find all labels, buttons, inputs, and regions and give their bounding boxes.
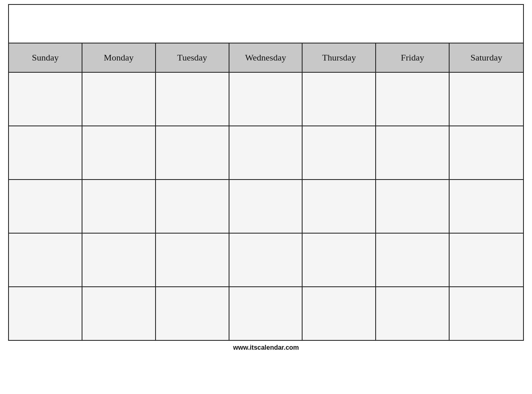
calendar-row-3 (9, 180, 523, 234)
cell-r4-thu[interactable] (303, 234, 376, 286)
header-saturday: Saturday (450, 43, 523, 72)
cell-r1-thu[interactable] (303, 73, 376, 126)
cell-r2-thu[interactable] (303, 126, 376, 179)
cell-r4-fri[interactable] (376, 234, 450, 286)
calendar-title-area (9, 5, 523, 43)
cell-r2-fri[interactable] (376, 126, 450, 179)
calendar-row-2 (9, 126, 523, 180)
header-friday: Friday (376, 43, 450, 72)
cell-r3-thu[interactable] (303, 180, 376, 233)
cell-r2-wed[interactable] (229, 126, 303, 179)
cell-r2-tue[interactable] (156, 126, 229, 179)
cell-r4-wed[interactable] (229, 234, 303, 286)
calendar-grid: Sunday Monday Tuesday Wednesday Thursday… (9, 43, 523, 340)
footer-url: www.itscalendar.com (233, 344, 299, 351)
cell-r5-tue[interactable] (156, 287, 229, 340)
cell-r1-sat[interactable] (450, 73, 523, 126)
cell-r3-wed[interactable] (229, 180, 303, 233)
cell-r4-mon[interactable] (82, 234, 156, 286)
cell-r3-fri[interactable] (376, 180, 450, 233)
header-monday: Monday (82, 43, 156, 72)
calendar-row-5 (9, 287, 523, 340)
cell-r4-sat[interactable] (450, 234, 523, 286)
header-tuesday: Tuesday (156, 43, 229, 72)
day-headers-row: Sunday Monday Tuesday Wednesday Thursday… (9, 43, 523, 73)
cell-r1-sun[interactable] (9, 73, 82, 126)
calendar-row-4 (9, 234, 523, 287)
header-thursday: Thursday (303, 43, 376, 72)
cell-r2-sat[interactable] (450, 126, 523, 179)
header-sunday: Sunday (9, 43, 82, 72)
calendar-body (9, 73, 523, 340)
cell-r5-thu[interactable] (303, 287, 376, 340)
header-wednesday: Wednesday (229, 43, 303, 72)
cell-r3-sat[interactable] (450, 180, 523, 233)
cell-r1-fri[interactable] (376, 73, 450, 126)
cell-r3-sun[interactable] (9, 180, 82, 233)
cell-r1-wed[interactable] (229, 73, 303, 126)
cell-r4-tue[interactable] (156, 234, 229, 286)
cell-r3-mon[interactable] (82, 180, 156, 233)
calendar-row-1 (9, 73, 523, 126)
cell-r5-sun[interactable] (9, 287, 82, 340)
cell-r2-sun[interactable] (9, 126, 82, 179)
cell-r5-sat[interactable] (450, 287, 523, 340)
cell-r3-tue[interactable] (156, 180, 229, 233)
cell-r5-fri[interactable] (376, 287, 450, 340)
cell-r5-mon[interactable] (82, 287, 156, 340)
cell-r5-wed[interactable] (229, 287, 303, 340)
cell-r1-mon[interactable] (82, 73, 156, 126)
cell-r1-tue[interactable] (156, 73, 229, 126)
calendar-container: Sunday Monday Tuesday Wednesday Thursday… (8, 4, 524, 341)
cell-r4-sun[interactable] (9, 234, 82, 286)
cell-r2-mon[interactable] (82, 126, 156, 179)
